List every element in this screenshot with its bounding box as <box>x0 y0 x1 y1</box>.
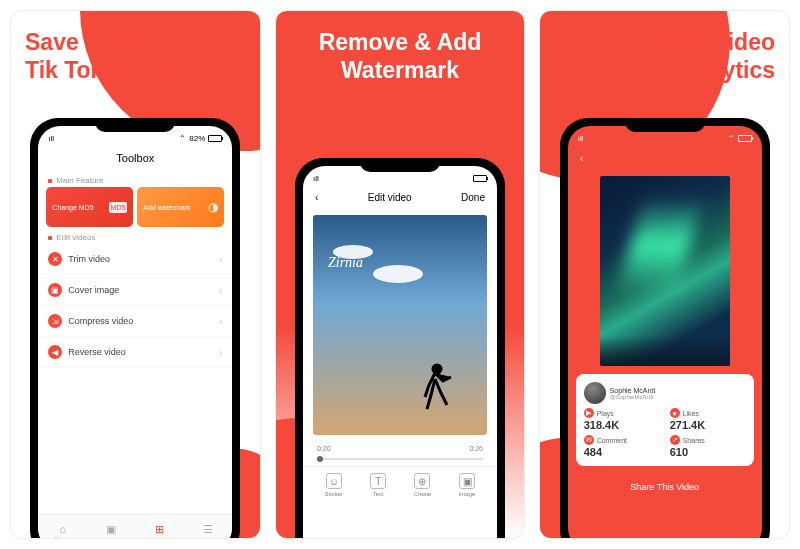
video-preview[interactable]: Zirnia <box>313 215 487 435</box>
page-title: Toolbox <box>38 146 232 170</box>
card-label: Change MD5 <box>52 204 93 211</box>
stat-plays: ▶Plays 318.4K <box>584 408 660 431</box>
panel-analytics: View Video Analytics ıll ⌃ ‹ Sophie McAr… <box>539 10 790 539</box>
tab-label: Toolbox <box>149 537 170 540</box>
tab-home[interactable]: ⌂Home <box>38 515 87 539</box>
screen: ıll ‹ Edit video Done Zirnia 0:20 0:26 <box>303 166 497 539</box>
headline-line2: Watermark <box>341 57 459 83</box>
tab-me[interactable]: ☰Me <box>184 515 233 539</box>
headline-line1: Save & Edit <box>25 29 152 55</box>
headline-line2: Tik Tok Videos <box>25 57 185 83</box>
battery-icon <box>738 135 752 142</box>
phone-frame: ıll ‹ Edit video Done Zirnia 0:20 0:26 <box>295 158 505 539</box>
chevron-right-icon: › <box>219 254 222 265</box>
screen: ıll ⌃ 82% Toolbox Main Feature Change MD… <box>38 126 232 539</box>
screen: ıll ⌃ ‹ Sophie McArdi @SophieMcArdi <box>568 126 762 539</box>
share-icon: ↗ <box>670 435 680 445</box>
watermark-icon: ◑ <box>208 200 218 214</box>
cloud <box>373 265 423 283</box>
comment-icon: ✉ <box>584 435 594 445</box>
tool-create[interactable]: ⊕Create <box>413 473 431 497</box>
change-md5-card[interactable]: Change MD5 MD5 <box>46 187 133 227</box>
tool-label: Image <box>459 491 476 497</box>
notch <box>95 118 175 132</box>
likes-value: 271.4K <box>670 419 746 431</box>
list-item[interactable]: ◀Reverse video› <box>38 337 232 368</box>
notch <box>360 158 440 172</box>
tool-row: ☺StickerTText⊕Create▣Image <box>303 466 497 503</box>
card-label: Add watermark <box>143 204 190 211</box>
watermark-signature[interactable]: Zirnia <box>328 255 363 271</box>
item-icon: ⇲ <box>48 314 62 328</box>
phone-frame: ıll ⌃ 82% Toolbox Main Feature Change MD… <box>30 118 240 539</box>
timeline: 0:20 0:26 <box>303 441 497 456</box>
headline-line1: Remove & Add <box>319 29 482 55</box>
tab-label: Video List <box>98 537 124 540</box>
tool-text[interactable]: TText <box>370 473 386 497</box>
headline: Remove & Add Watermark <box>276 11 525 90</box>
add-watermark-card[interactable]: Add watermark ◑ <box>137 187 224 227</box>
tab-label: Home <box>55 536 71 539</box>
item-icon: ◀ <box>48 345 62 359</box>
tab-toolbox[interactable]: ⊞Toolbox <box>135 515 184 539</box>
play-icon: ▶ <box>584 408 594 418</box>
nav-bar: ‹ Edit video Done <box>303 186 497 209</box>
tool-label: Sticker <box>325 491 343 497</box>
tab-video-list[interactable]: ▣Video List <box>87 515 136 539</box>
headline: View Video Analytics <box>540 11 789 90</box>
analytics-card: Sophie McArdi @SophieMcArdi ▶Plays 318.4… <box>576 374 754 466</box>
climber-silhouette <box>417 355 457 415</box>
panel-watermark: Remove & Add Watermark ıll ‹ Edit video … <box>275 10 526 539</box>
list-item[interactable]: ⇲Compress video› <box>38 306 232 337</box>
profile-handle: @SophieMcArdi <box>610 394 656 400</box>
divider <box>665 406 666 456</box>
shares-value: 610 <box>670 446 746 458</box>
tab-icon: ⊞ <box>155 523 164 536</box>
item-label: Compress video <box>68 316 133 326</box>
page-title: Edit video <box>368 192 412 203</box>
list-item[interactable]: ▣Cover image› <box>38 275 232 306</box>
item-label: Trim video <box>68 254 110 264</box>
phone-frame: ıll ⌃ ‹ Sophie McArdi @SophieMcArdi <box>560 118 770 539</box>
signal-icon: ıll <box>313 174 319 183</box>
item-label: Cover image <box>68 285 119 295</box>
tool-icon: ⊕ <box>414 473 430 489</box>
section-edit-videos: Edit videos <box>38 227 232 244</box>
notch <box>625 118 705 132</box>
share-video-button[interactable]: Share This Video <box>580 474 750 500</box>
tab-label: Me <box>204 537 212 540</box>
done-button[interactable]: Done <box>461 192 485 203</box>
battery-pct: 82% <box>189 134 205 143</box>
signal-icon: ıll <box>48 134 54 143</box>
time-end: 0:26 <box>469 445 483 452</box>
plays-value: 318.4K <box>584 419 660 431</box>
tool-label: Text <box>373 491 384 497</box>
item-label: Reverse video <box>68 347 126 357</box>
chevron-right-icon: › <box>219 285 222 296</box>
chevron-right-icon: › <box>219 347 222 358</box>
timeline-scrubber[interactable] <box>317 458 483 460</box>
headline-line2: Analytics <box>673 57 775 83</box>
section-main-feature: Main Feature <box>38 170 232 187</box>
stat-shares: ↗Shares 610 <box>670 435 746 458</box>
tool-label: Create <box>413 491 431 497</box>
tab-icon: ▣ <box>106 523 116 536</box>
time-start: 0:20 <box>317 445 331 452</box>
chevron-right-icon: › <box>219 316 222 327</box>
tool-icon: T <box>370 473 386 489</box>
list-item[interactable]: ✕Trim video› <box>38 244 232 275</box>
comment-value: 484 <box>584 446 660 458</box>
heart-icon: ♥ <box>670 408 680 418</box>
back-button[interactable]: ‹ <box>580 152 584 164</box>
avatar <box>584 382 606 404</box>
battery-icon <box>208 135 222 142</box>
item-icon: ✕ <box>48 252 62 266</box>
tool-image[interactable]: ▣Image <box>459 473 476 497</box>
video-thumbnail[interactable] <box>600 176 730 366</box>
tool-icon: ☺ <box>326 473 342 489</box>
tool-icon: ▣ <box>459 473 475 489</box>
tool-sticker[interactable]: ☺Sticker <box>325 473 343 497</box>
back-button[interactable]: ‹ <box>315 192 318 203</box>
profile[interactable]: Sophie McArdi @SophieMcArdi <box>584 382 746 404</box>
md5-icon: MD5 <box>109 202 128 213</box>
